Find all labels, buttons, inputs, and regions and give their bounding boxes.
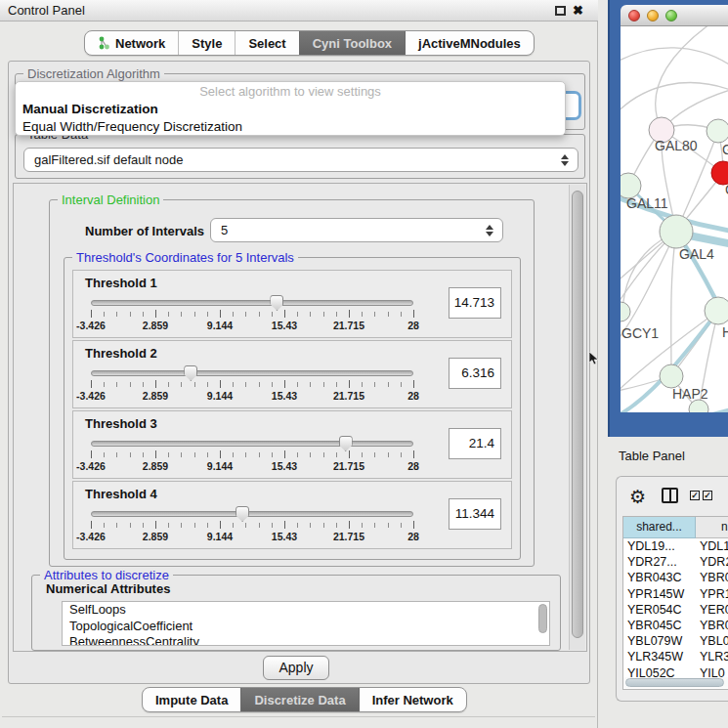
close-traffic-light-icon[interactable] (628, 10, 640, 21)
cell-name[interactable]: YBR0 (696, 618, 728, 633)
checkbox-icon[interactable]: ✓ (690, 491, 700, 500)
float-window-icon[interactable] (555, 6, 566, 16)
cell-name[interactable]: YBL0 (696, 633, 728, 649)
combo-spinner-icon (485, 225, 493, 236)
threshold-slider[interactable]: -3.4262.8599.14415.4321.71528 (91, 296, 413, 335)
cell-name[interactable]: YBR0 (696, 570, 728, 585)
apply-button[interactable]: Apply (263, 656, 329, 680)
scale-label: 9.144 (207, 320, 233, 331)
network-view-window[interactable]: GAL80 G C GAL11 GAL4 GCY1 H HAP2 (608, 0, 728, 437)
scale-label: 28 (407, 390, 419, 402)
threshold-slider[interactable]: -3.4262.8599.14415.4321.71528 (91, 366, 413, 406)
network-window-titlebar[interactable] (621, 5, 728, 26)
cell-shared-name[interactable]: YBR043C (623, 570, 696, 585)
attribute-list-item[interactable]: BetweennessCentrality (63, 634, 549, 646)
node-gal4[interactable] (660, 215, 693, 248)
threshold-slider[interactable]: -3.4262.8599.14415.4321.71528 (91, 507, 413, 546)
threshold-slider[interactable]: -3.4262.8599.14415.4321.71528 (91, 437, 413, 476)
zoom-traffic-light-icon[interactable] (665, 10, 677, 21)
cell-shared-name[interactable]: YBL079W (623, 633, 696, 649)
horizontal-scrollbar-thumb[interactable] (625, 678, 724, 687)
cell-name[interactable]: YLR3 (696, 649, 728, 664)
tab-style[interactable]: Style (178, 31, 235, 55)
tab-jactivemnodules-label: jActiveMNodules (418, 36, 521, 51)
table-row[interactable]: YLR345W YLR3 (623, 649, 728, 664)
thresholds-group-title: Threshold's Coordinates for 5 Intervals (72, 250, 298, 265)
node-gcy1[interactable] (621, 302, 630, 321)
node-hap2[interactable] (660, 364, 683, 388)
node-h-partial[interactable] (705, 297, 728, 324)
scale-label: 28 (407, 320, 419, 331)
vertical-scrollbar-thumb[interactable] (572, 191, 583, 638)
scale-label: 21.715 (333, 390, 364, 402)
slider-track[interactable] (91, 370, 413, 376)
dropdown-placeholder-item[interactable]: Select algorithm to view settings (16, 82, 565, 101)
columns-icon[interactable] (662, 488, 678, 503)
dropdown-item-manual-discretization[interactable]: Manual Discretization (16, 101, 565, 118)
cell-name[interactable]: YPR1 (696, 586, 728, 602)
cell-shared-name[interactable]: YLR345W (623, 649, 696, 664)
threshold-value-field[interactable]: 11.344 (449, 498, 501, 530)
table-row[interactable]: YPR145W YPR1 (623, 586, 728, 602)
table-data-combobox[interactable]: galFiltered.sif default node (23, 148, 578, 172)
threshold-value-field[interactable]: 14.713 (449, 287, 501, 319)
cell-name[interactable]: YDR2 (696, 554, 728, 570)
cell-shared-name[interactable]: YDL19... (623, 538, 696, 554)
slider-thumb[interactable] (184, 365, 197, 381)
cell-name[interactable]: YER0 (696, 602, 728, 618)
tab-cyni-toolbox[interactable]: Cyni Toolbox (299, 31, 405, 55)
slider-track[interactable] (91, 300, 413, 306)
slider-scale-labels: -3.4262.8599.14415.4321.71528 (91, 531, 413, 542)
scale-label: 21.715 (333, 531, 364, 542)
tab-jactivemnodules[interactable]: jActiveMNodules (405, 31, 534, 55)
list-scrollbar-thumb[interactable] (538, 604, 547, 633)
slider-thumb[interactable] (236, 506, 249, 522)
numerical-attributes-label: Numerical Attributes (46, 581, 170, 596)
table-row[interactable]: YBR043C YBR0 (623, 570, 728, 585)
tab-select[interactable]: Select (235, 31, 298, 55)
network-canvas[interactable]: GAL80 G C GAL11 GAL4 GCY1 H HAP2 (621, 26, 728, 412)
dropdown-item-equal-width[interactable]: Equal Width/Frequency Discretization (16, 118, 565, 136)
checkbox-icon[interactable]: ✓ (703, 491, 712, 500)
column-header-shared[interactable]: shared... (623, 517, 696, 538)
tab-infer-network[interactable]: Infer Network (359, 688, 466, 711)
close-icon[interactable]: ✖ (573, 2, 583, 20)
numerical-attributes-list[interactable]: SelfLoopsTopologicalCoefficientBetweenne… (62, 601, 550, 646)
threshold-value-field[interactable]: 21.4 (449, 428, 501, 459)
horizontal-scrollbar[interactable] (623, 677, 728, 688)
thresholds-group: Threshold's Coordinates for 5 Intervals … (64, 257, 521, 560)
table-row[interactable]: YER054C YER0 (623, 602, 728, 618)
cell-shared-name[interactable]: YER054C (623, 602, 696, 618)
gear-icon[interactable]: ⚙ (629, 485, 646, 508)
slider-track[interactable] (91, 441, 413, 447)
cell-name[interactable]: YDL1 (696, 538, 728, 554)
cell-shared-name[interactable]: YBR045C (623, 618, 696, 633)
slider-track[interactable] (91, 511, 413, 517)
table-row[interactable]: YBL079W YBL0 (623, 633, 728, 649)
threshold-value-field[interactable]: 6.316 (449, 358, 501, 389)
table-row[interactable]: YDR27... YDR2 (623, 554, 728, 570)
slider-major-ticks (91, 450, 413, 458)
slider-major-ticks (91, 521, 413, 529)
thresholds-list: Threshold 1 -3.4262.8599.14415.4321.7152… (64, 270, 522, 551)
tab-network[interactable]: Network (85, 31, 178, 55)
attribute-list-item[interactable]: TopologicalCoefficient (63, 619, 549, 635)
scale-label: 9.144 (207, 390, 233, 402)
table-row[interactable]: YDL19... YDL1 (623, 538, 728, 554)
cell-shared-name[interactable]: YPR145W (623, 586, 696, 602)
table-row[interactable]: YBR045C YBR0 (623, 618, 728, 633)
node-g-partial[interactable] (707, 119, 728, 143)
tab-discretize-data[interactable]: Discretize Data (240, 688, 358, 711)
cell-shared-name[interactable]: YDR27... (623, 554, 696, 570)
attribute-list-item[interactable]: SelfLoops (63, 602, 549, 619)
scale-label: 2.859 (143, 460, 168, 472)
number-of-intervals-combobox[interactable]: 5 (210, 218, 503, 242)
slider-thumb[interactable] (270, 295, 283, 311)
slider-thumb[interactable] (339, 436, 353, 451)
vertical-scrollbar[interactable] (569, 185, 585, 650)
column-header-name[interactable]: n (696, 517, 728, 538)
scale-label: 28 (407, 531, 419, 542)
minimize-traffic-light-icon[interactable] (647, 10, 659, 21)
control-panel: Control Panel ✖ Network Style Select Cyn… (0, 0, 598, 728)
tab-impute-data[interactable]: Impute Data (143, 688, 240, 711)
